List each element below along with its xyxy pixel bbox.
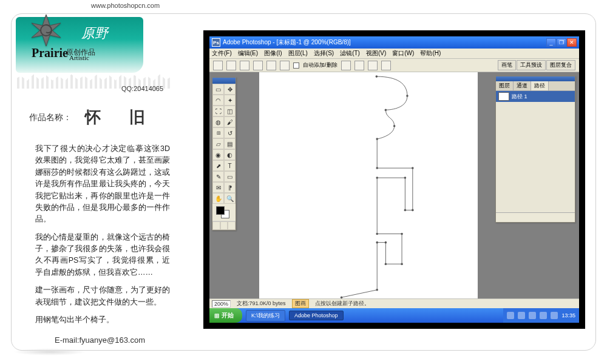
dock-tab-brushes[interactable]: 画笔	[498, 60, 516, 70]
pen-tool-icon[interactable]	[213, 61, 223, 70]
taskbar-item-folder[interactable]: K:\我的练习	[246, 310, 285, 322]
tab-layers[interactable]: 图层	[496, 81, 514, 90]
path-name: 路径 1	[512, 93, 527, 101]
canvas[interactable]	[259, 72, 478, 298]
artwork-name: 怀 旧	[85, 107, 157, 128]
description: 我下了很大的决心才决定临摹这张3D效果图的，我觉得它太难了，甚至画蒙娜丽莎的时候…	[35, 143, 170, 332]
zoom-tool[interactable]: 🔍	[224, 193, 236, 204]
menu-filter[interactable]: 滤镜(T)	[340, 49, 360, 58]
blur-tool[interactable]: ◉	[212, 149, 224, 160]
combine-icon[interactable]	[341, 61, 351, 70]
menu-help[interactable]: 帮助(H)	[420, 49, 441, 58]
tray-icon[interactable]	[507, 312, 514, 319]
menu-view[interactable]: 视图(V)	[366, 49, 386, 58]
brush-tool[interactable]: 🖌	[224, 116, 236, 127]
toolbox-header[interactable]	[212, 78, 236, 84]
paths-panel-footer	[496, 212, 575, 222]
doc-size: 文档:791.0K/0 bytes	[237, 300, 286, 308]
paths-list[interactable]: 路径 1	[496, 91, 575, 212]
photoshop-window: Ps Adobe Photoshop - [未标题-1 @ 200%(RGB/8…	[209, 36, 579, 323]
intersect-icon[interactable]	[368, 61, 378, 70]
zoom-field[interactable]: 200%	[212, 300, 231, 308]
tray-icon[interactable]	[518, 312, 525, 319]
eraser-tool[interactable]: ▱	[212, 138, 224, 149]
tab-channels[interactable]: 通道	[514, 81, 531, 90]
lasso-tool[interactable]: ◠	[212, 95, 224, 106]
history-brush-tool[interactable]: ↺	[224, 127, 236, 138]
menu-select[interactable]: 选择(S)	[314, 49, 334, 58]
standard-mode-icon[interactable]	[212, 221, 220, 230]
menu-layer[interactable]: 图层(L)	[288, 49, 308, 58]
fullscreen-menu-icon[interactable]	[220, 221, 228, 230]
path-select-tool[interactable]: ⬈	[212, 160, 224, 171]
paths-icon[interactable]	[240, 61, 249, 70]
minimize-button[interactable]: _	[546, 38, 556, 47]
menu-edit[interactable]: 编辑(E)	[238, 49, 258, 58]
titlebar[interactable]: Ps Adobe Photoshop - [未标题-1 @ 200%(RGB/8…	[209, 36, 579, 49]
svg-point-13	[401, 233, 403, 235]
close-button[interactable]: ✕	[567, 38, 577, 47]
crop-tool[interactable]: ⛶	[212, 106, 224, 116]
type-tool[interactable]: T	[224, 160, 236, 171]
tray-icon[interactable]	[540, 312, 547, 319]
menu-window[interactable]: 窗口(W)	[392, 49, 414, 58]
tab-paths[interactable]: 路径	[531, 81, 549, 90]
svg-point-4	[393, 125, 396, 127]
menu-file[interactable]: 文件(F)	[212, 49, 232, 58]
notes-tool[interactable]: ✉	[212, 182, 224, 193]
dock-tab-toolpresets[interactable]: 工具预设	[517, 60, 546, 70]
path-item[interactable]: 路径 1	[496, 91, 575, 102]
clock[interactable]: 13:35	[561, 312, 575, 318]
dock-tab-layercomps[interactable]: 图层复合	[546, 60, 575, 70]
svg-point-17	[376, 241, 378, 244]
svg-point-2	[406, 95, 409, 97]
paths-panel-header[interactable]	[496, 76, 575, 81]
windows-logo-icon: ⊞	[214, 312, 219, 319]
taskbar-item-photoshop[interactable]: Adobe Photoshop	[289, 311, 344, 320]
hand-tool[interactable]: ✋	[212, 193, 224, 204]
menu-image[interactable]: 图像(I)	[264, 49, 282, 58]
tray-icon[interactable]	[551, 312, 558, 319]
shape-layer-icon[interactable]	[226, 61, 236, 70]
stamp-tool[interactable]: ⧇	[212, 127, 224, 138]
svg-point-10	[404, 177, 407, 179]
spiral-star-icon	[28, 12, 64, 49]
shape-tool[interactable]: ▭	[224, 171, 236, 182]
auto-add-delete-checkbox[interactable]	[293, 62, 299, 69]
tray-icon[interactable]	[529, 312, 536, 319]
fullscreen-icon[interactable]	[228, 221, 236, 230]
marquee-tool[interactable]: ▭	[212, 84, 224, 95]
toolbox: ▭✥ ◠✦ ⛶◫ ◍🖌 ⧇↺ ▱▤ ◉◐ ⬈T ✎▭ ✉⁋ ✋🔍	[212, 77, 236, 231]
slice-tool[interactable]: ◫	[224, 106, 236, 116]
freeform-pen-icon[interactable]	[280, 61, 290, 70]
svg-point-18	[376, 289, 378, 291]
eyedropper-tool[interactable]: ⁋	[224, 182, 236, 193]
heal-tool[interactable]: ◍	[212, 116, 224, 127]
pen-tool[interactable]: ✎	[212, 171, 224, 182]
auto-add-delete-label: 自动添加/删除	[303, 61, 337, 69]
start-button[interactable]: ⊞ 开始	[209, 308, 242, 323]
pen-icon[interactable]	[266, 61, 276, 70]
artwork-title-row: 作品名称： 怀 旧	[29, 107, 157, 128]
dodge-tool[interactable]: ◐	[224, 149, 236, 160]
windows-taskbar: ⊞ 开始 K:\我的练习 Adobe Photoshop 13:35	[209, 308, 579, 323]
move-tool[interactable]: ✥	[224, 84, 236, 95]
gradient-tool[interactable]: ▤	[224, 138, 236, 149]
foreground-color[interactable]	[216, 206, 225, 215]
maximize-button[interactable]: ❐	[557, 38, 566, 47]
workspace: ▭✥ ◠✦ ⛶◫ ◍🖌 ⧇↺ ▱▤ ◉◐ ⬈T ✎▭ ✉⁋ ✋🔍	[209, 72, 579, 298]
svg-point-11	[376, 177, 378, 179]
desc-p3: 建一张画布，尺寸你随意，为了更好的表现细节，建议把文件做的大一些。	[35, 285, 170, 308]
exclude-icon[interactable]	[381, 61, 391, 70]
subtract-icon[interactable]	[354, 61, 364, 70]
chair-pen-path	[259, 72, 478, 298]
wand-tool[interactable]: ✦	[224, 95, 236, 106]
svg-point-14	[401, 263, 403, 265]
title-label: 作品名称：	[29, 112, 72, 123]
status-bar: 200% 文档:791.0K/0 bytes 图画 点按以创建新子路径。	[209, 298, 579, 308]
brand-header: 原野 PrairieArtistic 原创作品	[16, 17, 155, 85]
color-swatches[interactable]	[212, 204, 236, 221]
desc-p1: 我下了很大的决心才决定临摹这张3D效果图的，我觉得它太难了，甚至画蒙娜丽莎的时候…	[35, 143, 170, 226]
svg-point-5	[376, 138, 378, 140]
fill-pixels-icon[interactable]	[253, 61, 263, 70]
